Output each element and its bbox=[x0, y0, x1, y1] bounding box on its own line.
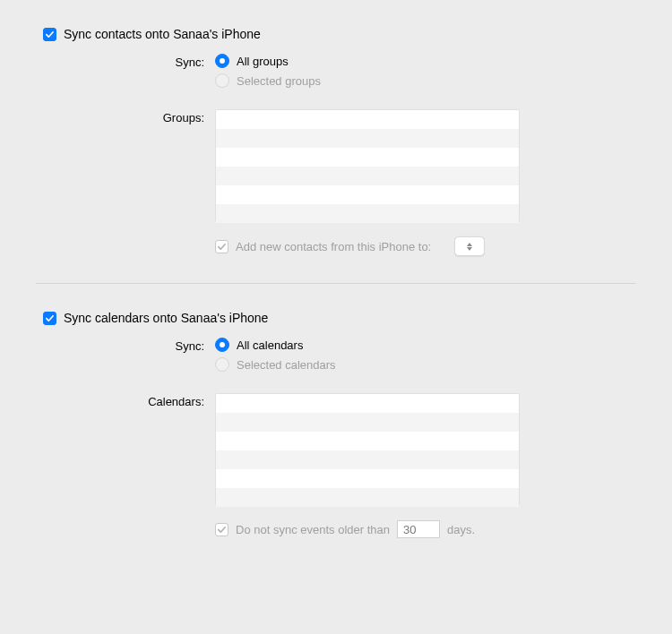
list-item bbox=[216, 110, 519, 129]
list-item bbox=[216, 394, 519, 413]
add-new-contacts-label: Add new contacts from this iPhone to: bbox=[236, 240, 431, 253]
checkmark-icon bbox=[45, 313, 55, 323]
no-sync-days-input[interactable] bbox=[397, 520, 440, 538]
sync-contacts-checkbox[interactable] bbox=[43, 28, 56, 41]
section-divider bbox=[36, 283, 636, 284]
list-item bbox=[216, 129, 519, 148]
chevron-up-icon bbox=[467, 243, 472, 246]
calendars-list-label: Calendars: bbox=[36, 393, 215, 408]
calendars-section: Sync calendars onto Sanaa's iPhone Sync:… bbox=[36, 311, 636, 565]
contacts-section: Sync contacts onto Sanaa's iPhone Sync: … bbox=[36, 27, 636, 283]
calendars-listbox[interactable] bbox=[215, 393, 520, 506]
calendars-radio-selected-label: Selected calendars bbox=[237, 358, 336, 372]
list-item bbox=[216, 185, 519, 204]
list-item bbox=[216, 204, 519, 223]
calendars-sync-label: Sync: bbox=[36, 338, 215, 353]
no-sync-old-events-checkbox[interactable] bbox=[215, 523, 228, 536]
list-item bbox=[216, 488, 519, 507]
checkmark-icon bbox=[217, 242, 227, 252]
list-item bbox=[216, 148, 519, 167]
chevron-down-icon bbox=[467, 247, 472, 251]
sync-contacts-label: Sync contacts onto Sanaa's iPhone bbox=[64, 27, 261, 41]
list-item bbox=[216, 469, 519, 488]
list-item bbox=[216, 432, 519, 450]
calendars-radio-all[interactable] bbox=[215, 338, 229, 352]
contacts-radio-selected-label: Selected groups bbox=[237, 74, 321, 88]
contacts-groups-label: Groups: bbox=[36, 109, 215, 124]
contacts-radio-all-groups[interactable] bbox=[215, 54, 229, 68]
add-new-contacts-dropdown[interactable] bbox=[454, 236, 485, 256]
no-sync-suffix-label: days. bbox=[447, 523, 475, 536]
add-new-contacts-checkbox[interactable] bbox=[215, 240, 228, 253]
sync-calendars-checkbox[interactable] bbox=[43, 312, 56, 325]
list-item bbox=[216, 413, 519, 432]
contacts-radio-all-label: All groups bbox=[237, 55, 289, 68]
no-sync-prefix-label: Do not sync events older than bbox=[236, 523, 390, 536]
list-item bbox=[216, 450, 519, 469]
contacts-sync-label: Sync: bbox=[36, 54, 215, 69]
list-item bbox=[216, 167, 519, 185]
checkmark-icon bbox=[217, 525, 227, 535]
contacts-radio-selected-groups[interactable] bbox=[215, 73, 229, 88]
calendars-radio-all-label: All calendars bbox=[237, 338, 303, 352]
calendars-radio-selected[interactable] bbox=[215, 357, 229, 372]
sync-calendars-label: Sync calendars onto Sanaa's iPhone bbox=[64, 311, 268, 325]
checkmark-icon bbox=[45, 30, 55, 39]
contacts-groups-listbox[interactable] bbox=[215, 109, 520, 222]
